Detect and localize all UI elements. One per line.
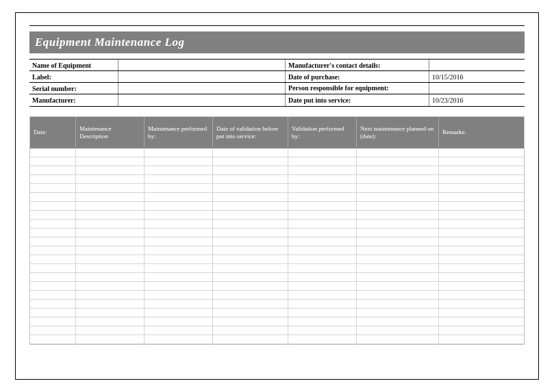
table-cell[interactable]: [357, 193, 439, 201]
table-cell[interactable]: [76, 317, 144, 326]
table-cell[interactable]: [144, 157, 213, 166]
table-cell[interactable]: [213, 282, 288, 290]
table-cell[interactable]: [213, 237, 288, 246]
table-cell[interactable]: [288, 326, 357, 335]
table-cell[interactable]: [76, 273, 144, 281]
table-cell[interactable]: [439, 326, 524, 335]
table-cell[interactable]: [76, 228, 144, 237]
table-cell[interactable]: [30, 309, 76, 317]
table-cell[interactable]: [30, 211, 76, 219]
table-cell[interactable]: [30, 220, 76, 228]
table-cell[interactable]: [213, 246, 288, 254]
table-cell[interactable]: [357, 309, 439, 317]
table-cell[interactable]: [288, 220, 357, 228]
table-cell[interactable]: [288, 237, 357, 246]
table-cell[interactable]: [144, 166, 213, 174]
table-cell[interactable]: [30, 228, 76, 237]
table-cell[interactable]: [213, 264, 288, 272]
table-cell[interactable]: [144, 246, 213, 254]
table-cell[interactable]: [144, 300, 213, 308]
table-cell[interactable]: [439, 300, 524, 308]
table-cell[interactable]: [213, 300, 288, 308]
table-cell[interactable]: [76, 300, 144, 308]
table-cell[interactable]: [76, 148, 144, 157]
table-cell[interactable]: [288, 282, 357, 290]
table-cell[interactable]: [357, 291, 439, 299]
table-cell[interactable]: [357, 264, 439, 272]
table-cell[interactable]: [144, 326, 213, 335]
table-cell[interactable]: [439, 264, 524, 272]
table-cell[interactable]: [439, 157, 524, 166]
table-cell[interactable]: [439, 193, 524, 201]
table-cell[interactable]: [30, 273, 76, 281]
table-cell[interactable]: [357, 175, 439, 183]
table-cell[interactable]: [144, 211, 213, 219]
table-cell[interactable]: [357, 335, 439, 343]
value-person-responsible[interactable]: [429, 83, 525, 94]
table-cell[interactable]: [213, 166, 288, 174]
table-cell[interactable]: [213, 157, 288, 166]
table-cell[interactable]: [30, 193, 76, 201]
table-cell[interactable]: [213, 193, 288, 201]
table-cell[interactable]: [357, 273, 439, 281]
table-cell[interactable]: [439, 309, 524, 317]
table-cell[interactable]: [288, 148, 357, 157]
table-cell[interactable]: [76, 309, 144, 317]
table-cell[interactable]: [76, 211, 144, 219]
table-cell[interactable]: [357, 255, 439, 263]
table-cell[interactable]: [357, 184, 439, 192]
table-cell[interactable]: [439, 148, 524, 157]
table-cell[interactable]: [288, 166, 357, 174]
table-cell[interactable]: [357, 211, 439, 219]
table-cell[interactable]: [439, 211, 524, 219]
table-cell[interactable]: [30, 335, 76, 343]
table-cell[interactable]: [213, 202, 288, 210]
table-cell[interactable]: [439, 184, 524, 192]
table-cell[interactable]: [357, 317, 439, 326]
table-cell[interactable]: [76, 193, 144, 201]
table-cell[interactable]: [76, 326, 144, 335]
table-cell[interactable]: [76, 237, 144, 246]
table-cell[interactable]: [439, 237, 524, 246]
table-cell[interactable]: [76, 202, 144, 210]
table-cell[interactable]: [144, 309, 213, 317]
table-cell[interactable]: [76, 264, 144, 272]
table-cell[interactable]: [439, 246, 524, 254]
table-cell[interactable]: [439, 273, 524, 281]
table-cell[interactable]: [144, 228, 213, 237]
table-cell[interactable]: [357, 166, 439, 174]
table-cell[interactable]: [144, 237, 213, 246]
table-cell[interactable]: [30, 166, 76, 174]
table-cell[interactable]: [76, 175, 144, 183]
table-cell[interactable]: [144, 202, 213, 210]
table-cell[interactable]: [213, 255, 288, 263]
table-cell[interactable]: [288, 193, 357, 201]
table-cell[interactable]: [144, 317, 213, 326]
table-cell[interactable]: [439, 317, 524, 326]
table-cell[interactable]: [439, 291, 524, 299]
table-cell[interactable]: [288, 246, 357, 254]
table-cell[interactable]: [30, 148, 76, 157]
table-cell[interactable]: [439, 166, 524, 174]
table-cell[interactable]: [213, 220, 288, 228]
table-cell[interactable]: [76, 246, 144, 254]
table-cell[interactable]: [144, 335, 213, 343]
value-manufacturer[interactable]: [118, 94, 286, 106]
table-cell[interactable]: [357, 282, 439, 290]
table-cell[interactable]: [76, 282, 144, 290]
table-cell[interactable]: [30, 326, 76, 335]
table-cell[interactable]: [288, 228, 357, 237]
table-cell[interactable]: [213, 317, 288, 326]
table-cell[interactable]: [144, 184, 213, 192]
table-cell[interactable]: [288, 211, 357, 219]
value-manufacturer-contact[interactable]: [429, 60, 525, 70]
table-cell[interactable]: [288, 202, 357, 210]
table-cell[interactable]: [76, 184, 144, 192]
table-cell[interactable]: [144, 148, 213, 157]
table-cell[interactable]: [213, 273, 288, 281]
value-label[interactable]: [118, 71, 286, 82]
table-cell[interactable]: [76, 291, 144, 299]
table-cell[interactable]: [288, 291, 357, 299]
table-cell[interactable]: [30, 300, 76, 308]
table-cell[interactable]: [144, 291, 213, 299]
